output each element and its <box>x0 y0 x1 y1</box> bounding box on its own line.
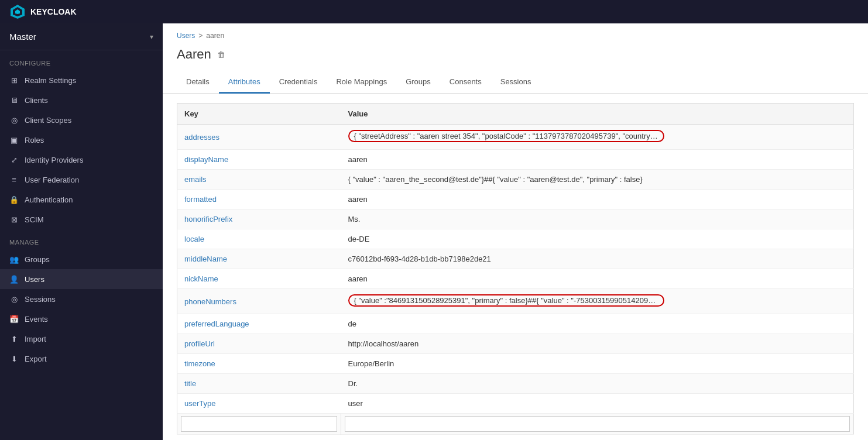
new-value-input[interactable] <box>345 416 850 432</box>
groups-icon: 👥 <box>9 255 19 264</box>
sidebar-item-clients[interactable]: 🖥 Clients <box>0 90 163 110</box>
attribute-value: c76012bd-f693-4d28-b1db-bb7198e2de21 <box>341 249 854 269</box>
breadcrumb-users-link[interactable]: Users <box>177 32 195 40</box>
sidebar-item-label: SCIM <box>25 215 44 224</box>
roles-icon: ▣ <box>9 135 19 145</box>
configure-section-label: Configure <box>0 50 163 70</box>
new-attribute-row <box>177 414 854 435</box>
table-row: nickNameaaren <box>177 269 854 289</box>
attribute-key: formatted <box>177 190 341 209</box>
sidebar-item-label: Events <box>25 315 48 324</box>
sidebar-item-groups[interactable]: 👥 Groups <box>0 249 163 269</box>
attribute-value: { "value" :"846913150528925391", "primar… <box>341 289 854 314</box>
sidebar-item-user-federation[interactable]: ≡ User Federation <box>0 170 163 190</box>
table-row: profileUrlhttp://localhost/aaren <box>177 334 854 354</box>
table-row: displayNameaaren <box>177 150 854 170</box>
scope-icon: ◎ <box>9 115 19 125</box>
sidebar-item-sessions[interactable]: ◎ Sessions <box>0 289 163 309</box>
sidebar-item-label: Clients <box>25 96 48 105</box>
table-row: honorificPrefixMs. <box>177 209 854 229</box>
sidebar-item-client-scopes[interactable]: ◎ Client Scopes <box>0 110 163 130</box>
sidebar: Master ▾ Configure ⊞ Realm Settings 🖥 Cl… <box>0 23 163 440</box>
desktop-icon: 🖥 <box>9 95 19 105</box>
attribute-key: title <box>177 374 341 394</box>
col-header-key: Key <box>177 104 341 125</box>
col-header-value: Value <box>341 104 854 125</box>
tab-role-mappings[interactable]: Role Mappings <box>327 71 396 94</box>
table-row: localede-DE <box>177 229 854 249</box>
attribute-value: { "value" : "aaren_the_second@test.de"}#… <box>341 170 854 190</box>
attribute-value: de <box>341 314 854 334</box>
table-row: middleNamec76012bd-f693-4d28-b1db-bb7198… <box>177 249 854 269</box>
sidebar-item-roles[interactable]: ▣ Roles <box>0 130 163 150</box>
attribute-key: emails <box>177 170 341 190</box>
realm-selector[interactable]: Master ▾ <box>0 23 163 50</box>
table-row: preferredLanguagede <box>177 314 854 334</box>
sidebar-item-label: Import <box>25 335 46 343</box>
attribute-value: Europe/Berlin <box>341 354 854 374</box>
sidebar-item-identity-providers[interactable]: ⤢ Identity Providers <box>0 150 163 170</box>
federation-icon: ≡ <box>9 175 19 184</box>
main-content: Users > aaren Aaren 🗑 Details Attributes… <box>163 23 868 440</box>
breadcrumb: Users > aaren <box>163 23 868 44</box>
attribute-value: aaren <box>341 150 854 170</box>
sidebar-item-events[interactable]: 📅 Events <box>0 309 163 329</box>
sidebar-item-label: Users <box>25 275 44 284</box>
sidebar-item-users[interactable]: 👤 Users <box>0 269 163 289</box>
sidebar-item-label: Client Scopes <box>25 116 71 125</box>
page-title: Aaren <box>177 47 211 62</box>
tab-attributes[interactable]: Attributes <box>219 71 270 94</box>
tab-consents[interactable]: Consents <box>440 71 491 94</box>
attributes-table-container: Key Value addresses{ "streetAddress" : "… <box>163 94 868 440</box>
attribute-value: http://localhost/aaren <box>341 334 854 354</box>
sessions-icon: ◎ <box>9 294 19 304</box>
export-icon: ⬇ <box>9 354 19 363</box>
attributes-table: Key Value addresses{ "streetAddress" : "… <box>177 103 854 414</box>
sidebar-item-label: Roles <box>25 136 44 145</box>
sidebar-item-label: Identity Providers <box>25 156 83 164</box>
tab-credentials[interactable]: Credentials <box>270 71 327 94</box>
sidebar-item-label: Export <box>25 355 47 363</box>
breadcrumb-separator: > <box>198 32 203 40</box>
lock-icon: 🔒 <box>9 195 19 204</box>
table-row: phoneNumbers{ "value" :"8469131505289253… <box>177 289 854 314</box>
table-row: userTypeuser <box>177 394 854 414</box>
attribute-value: de-DE <box>341 229 854 249</box>
chevron-down-icon: ▾ <box>150 33 153 41</box>
sidebar-item-label: User Federation <box>25 176 79 184</box>
table-row: emails{ "value" : "aaren_the_second@test… <box>177 170 854 190</box>
sidebar-item-label: Groups <box>25 255 50 264</box>
sidebar-item-scim[interactable]: ⊠ SCIM <box>0 209 163 229</box>
import-icon: ⬆ <box>9 334 19 343</box>
tabs-container: Details Attributes Credentials Role Mapp… <box>163 71 868 94</box>
sidebar-item-authentication[interactable]: 🔒 Authentication <box>0 190 163 209</box>
page-header: Aaren 🗑 <box>163 44 868 71</box>
sidebar-item-realm-settings[interactable]: ⊞ Realm Settings <box>0 70 163 90</box>
attribute-key: honorificPrefix <box>177 209 341 229</box>
sidebar-item-export[interactable]: ⬇ Export <box>0 349 163 369</box>
tab-groups[interactable]: Groups <box>396 71 440 94</box>
table-row: timezoneEurope/Berlin <box>177 354 854 374</box>
attribute-key: displayName <box>177 150 341 170</box>
attribute-value: aaren <box>341 269 854 289</box>
sidebar-item-label: Sessions <box>25 295 56 304</box>
keycloak-logo-icon <box>9 4 26 20</box>
sidebar-item-label: Authentication <box>25 195 73 204</box>
attribute-value: Dr. <box>341 374 854 394</box>
tab-sessions[interactable]: Sessions <box>491 71 541 94</box>
sidebar-item-import[interactable]: ⬆ Import <box>0 329 163 349</box>
attribute-key: middleName <box>177 249 341 269</box>
attribute-value: user <box>341 394 854 414</box>
tab-details[interactable]: Details <box>177 71 219 94</box>
attribute-key: timezone <box>177 354 341 374</box>
delete-user-icon[interactable]: 🗑 <box>217 50 225 59</box>
topbar: KEYCLOAK <box>0 0 868 23</box>
attribute-key: userType <box>177 394 341 414</box>
new-key-input[interactable] <box>181 416 337 432</box>
attribute-value: aaren <box>341 190 854 209</box>
identity-providers-icon: ⤢ <box>9 155 19 164</box>
table-row: formattedaaren <box>177 190 854 209</box>
user-icon: 👤 <box>9 274 19 284</box>
logo-text: KEYCLOAK <box>30 7 77 16</box>
grid-icon: ⊞ <box>9 75 19 85</box>
